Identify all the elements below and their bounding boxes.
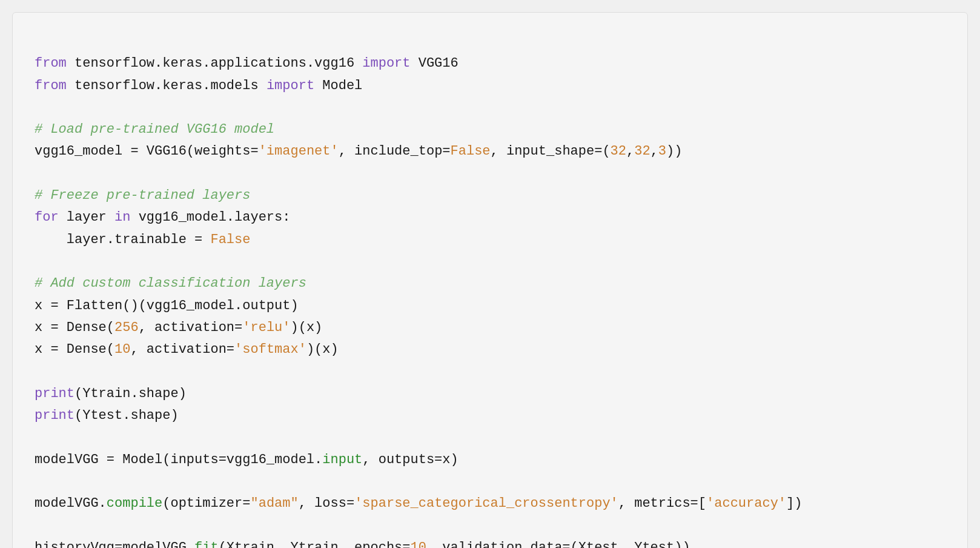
line-10: print(Ytest.shape)	[35, 408, 179, 423]
line-5: layer.trainable = False	[35, 232, 250, 247]
code-container: from tensorflow.keras.applications.vgg16…	[12, 12, 968, 548]
line-7: x = Dense(256, activation='relu')(x)	[35, 320, 322, 335]
line-11: modelVGG = Model(inputs=vgg16_model.inpu…	[35, 452, 459, 467]
line-6: x = Flatten()(vgg16_model.output)	[35, 298, 299, 313]
line-13: historyVgg=modelVGG.fit(Xtrain, Ytrain, …	[35, 540, 690, 548]
line-2: from tensorflow.keras.models import Mode…	[35, 78, 362, 93]
line-8: x = Dense(10, activation='softmax')(x)	[35, 342, 339, 357]
line-4: for layer in vgg16_model.layers:	[35, 210, 290, 225]
comment-1: # Load pre-trained VGG16 model	[35, 122, 274, 137]
line-12: modelVGG.compile(optimizer="adam", loss=…	[35, 496, 802, 511]
line-1: from tensorflow.keras.applications.vgg16…	[35, 56, 459, 71]
line-3: vgg16_model = VGG16(weights='imagenet', …	[35, 144, 682, 159]
code-block: from tensorflow.keras.applications.vgg16…	[35, 31, 945, 548]
comment-3: # Add custom classification layers	[35, 276, 306, 291]
comment-2: # Freeze pre-trained layers	[35, 188, 250, 203]
line-9: print(Ytrain.shape)	[35, 386, 187, 401]
